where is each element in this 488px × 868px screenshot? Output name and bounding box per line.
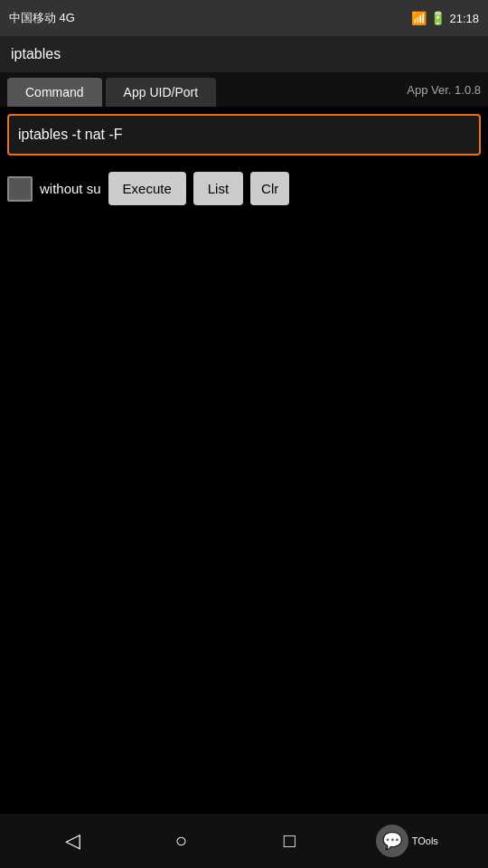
app-title: iptables <box>11 46 61 62</box>
tools-label: TOols <box>412 835 438 846</box>
status-right: 📶 🔋 21:18 <box>411 11 479 25</box>
status-left: 中国移动 4G <box>9 10 75 26</box>
title-bar: iptables <box>0 36 488 72</box>
battery-icon: 🔋 <box>430 11 446 25</box>
wechat-icon[interactable]: 💬 <box>376 825 408 857</box>
tab-app-uid-port[interactable]: App UID/Port <box>106 78 216 107</box>
tab-command[interactable]: Command <box>7 78 102 107</box>
tab-bar: Command App UID/Port App Ver. 1.0.8 <box>0 72 488 107</box>
home-button[interactable]: ○ <box>158 823 203 859</box>
without-su-label: without su <box>40 181 101 196</box>
app-version: App Ver. 1.0.8 <box>407 83 481 102</box>
wifi-icon: 📶 <box>411 11 427 25</box>
tools-area: 💬 TOols <box>376 825 438 857</box>
clr-button[interactable]: Clr <box>250 172 289 205</box>
bottom-nav: ◁ ○ □ 💬 TOols <box>0 814 488 868</box>
time-text: 21:18 <box>449 12 479 25</box>
without-su-checkbox[interactable] <box>7 176 33 202</box>
command-area <box>0 107 488 163</box>
carrier-text: 中国移动 4G <box>9 10 75 26</box>
controls-row: without su Execute List Clr <box>0 163 488 214</box>
main-content <box>0 214 488 811</box>
without-su-container[interactable]: without su <box>7 176 101 202</box>
back-button[interactable]: ◁ <box>50 823 95 859</box>
list-button[interactable]: List <box>193 172 243 205</box>
command-input[interactable] <box>7 114 481 156</box>
execute-button[interactable]: Execute <box>108 172 186 205</box>
recent-apps-button[interactable]: □ <box>267 823 313 859</box>
status-bar: 中国移动 4G 📶 🔋 21:18 <box>0 0 488 36</box>
